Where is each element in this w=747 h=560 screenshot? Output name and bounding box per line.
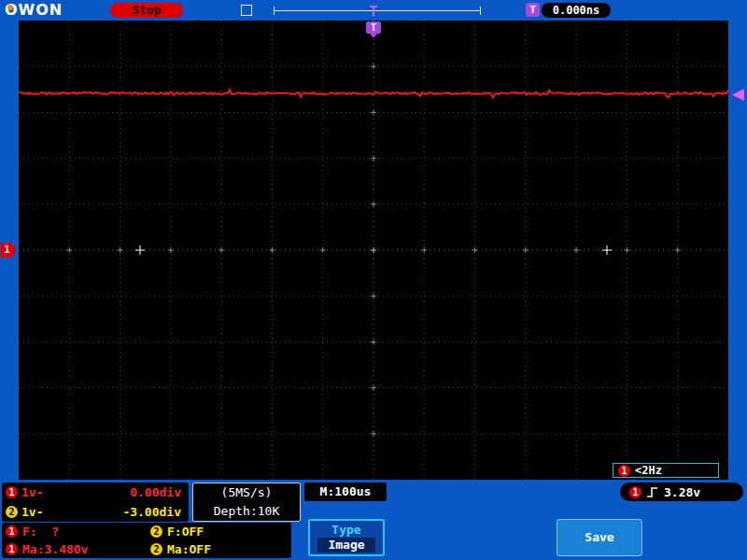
type-label: Type bbox=[310, 523, 383, 537]
ch1-badge-icon: 1 bbox=[629, 486, 641, 498]
trigger-level-value: 3.28v bbox=[664, 485, 700, 499]
memory-depth: Depth:10K bbox=[193, 502, 300, 521]
frequency-counter: 1 <2Hz bbox=[613, 463, 719, 478]
trigger-position-arrow-icon bbox=[370, 34, 377, 38]
horizontal-position-bar[interactable] bbox=[274, 4, 481, 17]
graticule-and-trace bbox=[19, 21, 728, 480]
ch2-badge-icon: 2 bbox=[150, 525, 162, 538]
trigger-t-badge: T bbox=[526, 3, 540, 17]
ch1-scale: 1v- bbox=[21, 485, 43, 499]
type-image-button[interactable]: Type Image bbox=[308, 519, 385, 556]
ch2-freq-measure: 2 F:OFF bbox=[150, 525, 290, 539]
ch1-position: 0.00div bbox=[130, 485, 181, 499]
oscilloscope-ui: OWON Stop T 0.000ns T 1 <2Hz 1 1 1v- 0.0… bbox=[0, 0, 747, 560]
run-stop-button[interactable]: Stop bbox=[110, 3, 183, 18]
frequency-value: <2Hz bbox=[635, 464, 662, 477]
trigger-level-readout: 1 3.28v bbox=[620, 483, 743, 501]
logo-text: OWON bbox=[5, 1, 63, 19]
sample-rate: (5MS/s) bbox=[193, 483, 300, 502]
horizontal-position-icon bbox=[241, 5, 252, 16]
scope-screen: T 1 <2Hz bbox=[19, 21, 728, 480]
ch1-mean-measure: 1 Ma:3.480v bbox=[6, 542, 150, 556]
ch2-scale: 1v- bbox=[21, 505, 43, 519]
ch1-badge-icon: 1 bbox=[6, 543, 18, 555]
logo-dot-icon bbox=[7, 5, 13, 10]
acquisition-box: (5MS/s) Depth:10K bbox=[192, 483, 301, 522]
ch2-mean-measure: 2 Ma:OFF bbox=[150, 542, 290, 556]
ch2-freq-label: F:OFF bbox=[167, 525, 204, 539]
ch2-position: -3.00div bbox=[122, 505, 181, 519]
save-button[interactable]: Save bbox=[557, 519, 642, 556]
rising-edge-icon bbox=[646, 486, 659, 498]
ch1-badge-icon: 1 bbox=[6, 486, 18, 498]
ch1-mean-label: Ma:3.480v bbox=[22, 542, 88, 556]
ch2-badge-icon: 2 bbox=[150, 543, 162, 555]
ch2-info-row: 2 1v- -3.00div bbox=[2, 502, 189, 522]
timebase-readout: M:100us bbox=[304, 483, 387, 501]
trigger-position-marker[interactable]: T bbox=[366, 21, 381, 34]
ch1-freq-label: F: ? bbox=[22, 525, 59, 539]
ch1-position-marker[interactable]: 1 bbox=[1, 243, 16, 258]
trigger-time-readout: 0.000ns bbox=[542, 3, 611, 18]
ch2-mean-label: Ma:OFF bbox=[167, 542, 211, 556]
ch1-freq-measure: 1 F: ? bbox=[6, 525, 150, 539]
top-bar: OWON Stop T 0.000ns bbox=[0, 0, 747, 21]
trigger-level-arrow[interactable] bbox=[732, 89, 744, 101]
hpos-bar-line bbox=[274, 10, 481, 11]
type-value-image: Image bbox=[317, 538, 375, 553]
hpos-left-tick bbox=[274, 7, 275, 15]
ch1-info-row: 1 1v- 0.00div bbox=[2, 483, 189, 502]
owon-logo: OWON bbox=[5, 1, 63, 19]
ch1-badge-icon: 1 bbox=[618, 465, 630, 477]
measurements-box: 1 F: ? 2 F:OFF 1 Ma:3.480v 2 Ma:OFF bbox=[2, 523, 291, 558]
channel-info-box: 1 1v- 0.00div 2 1v- -3.00div bbox=[2, 483, 189, 522]
hpos-trigger-tick bbox=[373, 6, 374, 16]
ch1-badge-icon: 1 bbox=[6, 525, 18, 538]
ch2-badge-icon: 2 bbox=[6, 506, 18, 518]
hpos-right-tick bbox=[480, 7, 481, 15]
